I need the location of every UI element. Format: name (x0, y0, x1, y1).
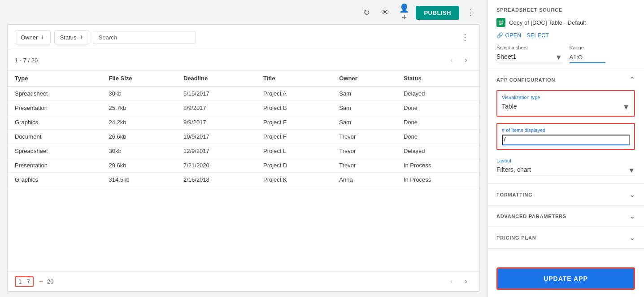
select-button-label: SELECT (527, 32, 549, 39)
table-cell: Project B (256, 101, 332, 115)
table-cell: Sam (332, 115, 396, 130)
viz-type-select-row: Table Gallery Map ▼ (502, 102, 630, 112)
next-page-button-bottom[interactable]: › (460, 275, 472, 288)
prev-page-button-top[interactable]: ‹ (445, 54, 458, 66)
advanced-header[interactable]: ADVANCED PARAMETERS ⌄ (496, 212, 635, 220)
more-options-icon: ⋮ (467, 8, 475, 17)
svg-rect-2 (499, 22, 503, 23)
table-cell: Graphics (8, 173, 101, 187)
next-page-button-top[interactable]: › (460, 54, 472, 66)
spreadsheet-name-row: Copy of [DOC] Table - Default (496, 18, 635, 27)
items-input[interactable] (502, 135, 630, 145)
svg-rect-4 (499, 24, 501, 25)
publish-button[interactable]: PUBLISH (416, 6, 459, 20)
table-cell: 2/16/2018 (176, 173, 256, 187)
table-row: Presentation29.6kb7/21/2020Project DTrev… (8, 158, 479, 173)
table-cell: Spreadsheet (8, 144, 101, 158)
prev-page-button-bottom[interactable]: ‹ (445, 275, 458, 288)
advanced-section: ADVANCED PARAMETERS ⌄ (487, 205, 644, 227)
layout-select-wrapper: Filters, chart Filters only No filters ▼ (496, 165, 635, 175)
table-cell: Trevor (332, 144, 396, 158)
right-panel: SPREADSHEET SOURCE Copy of [DOC] Table -… (487, 0, 644, 297)
viz-type-select[interactable]: Table Gallery Map (502, 102, 630, 112)
range-label: Range (570, 45, 635, 50)
sheet-range-row: Select a sheet Sheet1 ▼ Range (496, 45, 635, 63)
range-input[interactable] (570, 52, 605, 63)
preview-button[interactable]: 👁 (378, 5, 392, 20)
items-table: Type File Size Deadline Title Owner Stat… (8, 70, 479, 187)
filter-more-icon: ⋮ (461, 32, 469, 42)
status-filter-label: Status (60, 34, 77, 41)
advanced-title: ADVANCED PARAMETERS (496, 214, 566, 219)
table-cell: In Process (396, 173, 479, 187)
more-options-button[interactable]: ⋮ (464, 5, 478, 20)
sheets-icon (496, 18, 505, 27)
table-cell: 25.7kb (101, 101, 176, 115)
col-deadline: Deadline (176, 70, 256, 87)
table-cell: 30kb (101, 144, 176, 158)
sheet-select-group: Select a sheet Sheet1 ▼ (496, 45, 562, 63)
spacer (487, 249, 644, 260)
app-config-header[interactable]: APP CONFIGURATION ⌃ (496, 75, 635, 84)
table-cell: Trevor (332, 158, 396, 173)
open-spreadsheet-button[interactable]: 🔗 OPEN (496, 32, 522, 39)
sheet-select-wrapper: Sheet1 ▼ (496, 52, 562, 62)
table-cell: Presentation (8, 101, 101, 115)
filter-more-button[interactable]: ⋮ (458, 30, 472, 44)
pagination-total: 20 (47, 278, 53, 285)
add-user-button[interactable]: 👤+ (397, 5, 411, 20)
table-cell: 29.6kb (101, 158, 176, 173)
update-app-section: UPDATE APP (487, 260, 644, 297)
search-box[interactable] (93, 31, 196, 44)
pricing-chevron: ⌄ (629, 233, 635, 242)
table-row: Graphics314.5kb2/16/2018Project KAnnaIn … (8, 173, 479, 187)
svg-rect-1 (499, 21, 503, 22)
spreadsheet-source-section: SPREADSHEET SOURCE Copy of [DOC] Table -… (487, 0, 644, 69)
refresh-button[interactable]: ↻ (359, 5, 374, 20)
table-cell: 9/9/2017 (176, 115, 256, 130)
open-button-label: OPEN (505, 32, 522, 39)
search-input[interactable] (99, 34, 190, 41)
table-cell: Done (396, 130, 479, 144)
sheet-select[interactable]: Sheet1 (496, 52, 562, 62)
pagination-controls-top: ‹ › (445, 54, 472, 66)
items-label: # of items displayed (502, 127, 630, 133)
svg-rect-3 (499, 23, 503, 24)
table-cell: 30kb (101, 87, 176, 101)
app-config-chevron: ⌃ (629, 75, 635, 84)
advanced-chevron: ⌄ (629, 212, 635, 220)
pagination-controls-bottom: ‹ › (445, 275, 472, 288)
pagination-range-top: 1 - 7 / 20 (15, 57, 38, 64)
table-cell: Presentation (8, 158, 101, 173)
arrow-indicator: ← (38, 278, 44, 285)
layout-select[interactable]: Filters, chart Filters only No filters (496, 165, 635, 175)
table-cell: 8/9/2017 (176, 101, 256, 115)
table-row: Presentation25.7kb8/9/2017Project BSamDo… (8, 101, 479, 115)
owner-plus-icon: + (40, 33, 44, 41)
update-app-button[interactable]: UPDATE APP (496, 267, 635, 290)
table-row: Spreadsheet30kb12/9/2017Project LTrevorD… (8, 144, 479, 158)
refresh-icon: ↻ (363, 8, 370, 17)
layout-label: Layout (496, 158, 635, 163)
pricing-header[interactable]: PRICING PLAN ⌄ (496, 233, 635, 242)
table-cell: Anna (332, 173, 396, 187)
table-cell: 5/15/2017 (176, 87, 256, 101)
viz-type-group: Visualization type Table Gallery Map ▼ (496, 90, 635, 117)
select-spreadsheet-button[interactable]: SELECT (527, 32, 549, 39)
col-status: Status (396, 70, 479, 87)
pricing-title: PRICING PLAN (496, 235, 536, 240)
table-cell: Project F (256, 130, 332, 144)
owner-filter[interactable]: Owner + (15, 30, 51, 44)
formatting-header[interactable]: FORMATTING ⌄ (496, 190, 635, 199)
app-container: Owner + Status + ⋮ 1 - 7 / 20 ‹ › (7, 24, 480, 292)
table-cell: Project K (256, 173, 332, 187)
table-cell: Delayed (396, 144, 479, 158)
table-cell: Done (396, 115, 479, 130)
data-table: Type File Size Deadline Title Owner Stat… (8, 70, 479, 271)
range-group: Range (570, 45, 635, 63)
open-icon: 🔗 (496, 32, 504, 39)
table-row: Document26.6kb10/9/2017Project FTrevorDo… (8, 130, 479, 144)
status-filter[interactable]: Status + (54, 30, 89, 44)
table-row: Spreadsheet30kb5/15/2017Project ASamDela… (8, 87, 479, 101)
table-cell: 26.6kb (101, 130, 176, 144)
